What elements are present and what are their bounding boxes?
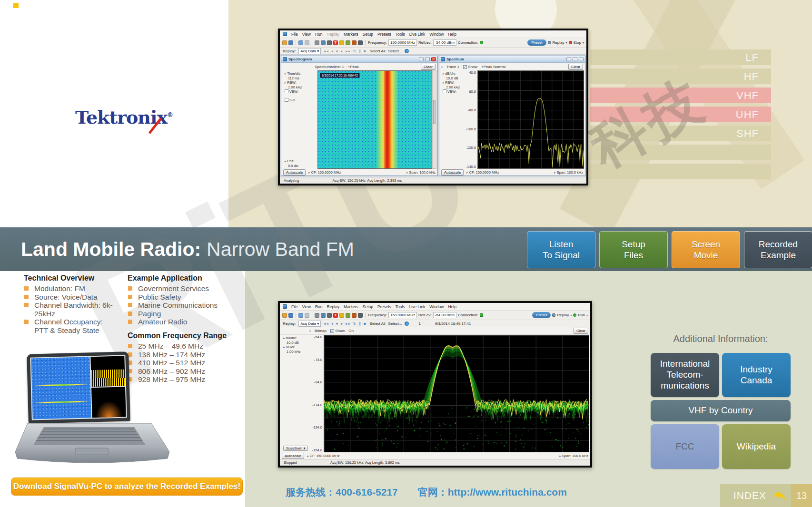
timediv-label[interactable]: Time/div:	[287, 71, 301, 76]
display-icon[interactable]	[358, 40, 363, 45]
menu-item[interactable]: View	[302, 304, 311, 309]
menu-item[interactable]: Tools	[396, 32, 405, 37]
autoscale-button[interactable]: Autoscale	[283, 169, 306, 176]
trace-expander[interactable]: ▾	[309, 329, 311, 332]
frequency-input[interactable]: 150.0000 MHz	[388, 312, 417, 318]
replay-chip[interactable]: Replay▾	[552, 313, 572, 317]
show-checkbox[interactable]: ✓	[463, 65, 467, 69]
replay-source-select[interactable]: Acq Data ▾	[298, 321, 321, 327]
print-icon[interactable]	[315, 313, 319, 318]
settings-icon[interactable]	[321, 313, 326, 318]
rbw-label[interactable]: RBW:	[445, 80, 454, 85]
trigger-icon[interactable]	[346, 313, 350, 318]
clear-button[interactable]: Clear	[568, 64, 583, 70]
menu-item[interactable]: File	[291, 304, 298, 309]
save-icon[interactable]	[288, 313, 293, 318]
info-icon[interactable]: i	[405, 49, 409, 53]
save-icon[interactable]	[288, 40, 293, 45]
frequency-input[interactable]: 150.0000 MHz	[388, 39, 417, 46]
menu-item[interactable]: Setup	[363, 304, 373, 309]
rbw-label[interactable]: RBW:	[286, 345, 295, 349]
autoscale-button[interactable]: Autoscale	[282, 453, 304, 459]
autoscale-button[interactable]: Autoscale	[441, 169, 464, 176]
screen-movie-button[interactable]: Screen Movie	[672, 231, 740, 268]
menu-item[interactable]: Live Link	[409, 304, 426, 309]
menu-item[interactable]: Setup	[363, 32, 373, 37]
close-button[interactable]	[579, 57, 584, 61]
star-icon[interactable]	[339, 40, 344, 45]
menu-item[interactable]: Window	[429, 304, 444, 309]
fcc-button[interactable]: FCC	[651, 424, 719, 469]
wikipedia-button[interactable]: Wikipedia	[722, 424, 791, 469]
download-signalvu-button[interactable]: Download SignalVu-PC to analyze the Reco…	[11, 478, 243, 496]
replay-source-select[interactable]: Acq Data ▾	[298, 48, 321, 54]
gear-icon[interactable]	[327, 313, 332, 318]
reflev-input[interactable]: -54.00 dBm	[433, 39, 456, 46]
open-icon[interactable]	[282, 40, 287, 45]
preset-chip[interactable]: Preset	[527, 39, 546, 46]
transport-controls[interactable]: ◂◂ ◂ ● ▸ ▸▸ ↻ ∥ ■	[324, 49, 366, 53]
menu-item[interactable]: Help	[448, 32, 456, 37]
menu-item[interactable]: Markers	[344, 32, 358, 37]
vertical-scrollbar[interactable]	[432, 70, 436, 169]
select-more-button[interactable]: Select...	[388, 322, 402, 326]
marker-icon[interactable]: T	[333, 313, 338, 318]
spectrum-plot[interactable]	[477, 70, 584, 169]
menu-item[interactable]: Run	[315, 304, 323, 309]
print-icon[interactable]	[315, 40, 319, 45]
undo-icon[interactable]	[298, 313, 303, 318]
threed-checkbox[interactable]	[285, 98, 288, 102]
open-icon[interactable]	[282, 313, 287, 318]
industry-canada-button[interactable]: Industry Canada	[722, 353, 791, 397]
dbdiv-label[interactable]: dB/div:	[286, 336, 297, 340]
trigger-icon[interactable]	[346, 40, 350, 45]
select-more-button[interactable]: Select...	[388, 49, 402, 53]
menu-item[interactable]: Help	[448, 304, 456, 309]
clear-button[interactable]: Clear	[574, 328, 588, 334]
replay-chip[interactable]: Replay▾	[548, 40, 567, 45]
scrollbar-thumb[interactable]	[433, 100, 436, 124]
spectrogram-titlebar[interactable]: Spectrogram	[281, 56, 437, 63]
menu-item[interactable]: Live Link	[409, 32, 426, 37]
close-button[interactable]	[431, 57, 436, 61]
dpx-plot[interactable]	[324, 335, 589, 452]
menu-item[interactable]: Run	[315, 32, 323, 37]
settings-icon[interactable]	[321, 40, 326, 45]
website-link[interactable]: 官网：http://www.rituchina.com	[418, 486, 567, 499]
menu-item[interactable]: Markers	[344, 304, 358, 309]
select-all-button[interactable]: Select All	[370, 322, 386, 326]
setup-files-button[interactable]: Setup Files	[599, 231, 668, 268]
select-all-button[interactable]: Select All	[370, 49, 386, 53]
clear-button[interactable]: Clear	[421, 64, 436, 70]
acquire-icon[interactable]	[352, 40, 356, 45]
stop-chip[interactable]: Stop▾	[569, 40, 584, 45]
recorded-example-button[interactable]: Recorded Example	[744, 231, 812, 268]
reflev-input[interactable]: -54.00 dBm	[433, 312, 456, 318]
vbw-checkbox[interactable]	[285, 89, 288, 93]
menu-item[interactable]: Window	[429, 32, 444, 37]
index-button[interactable]: INDEX	[720, 484, 791, 507]
display-icon[interactable]	[358, 313, 363, 318]
gear-icon[interactable]	[327, 40, 332, 45]
rbw-label[interactable]: RBW:	[287, 80, 296, 85]
dbdiv-label[interactable]: dB/div:	[445, 71, 456, 76]
menu-item[interactable]: Presets	[377, 32, 391, 37]
maximize-button[interactable]	[573, 57, 577, 61]
menu-item[interactable]: Presets	[377, 304, 391, 309]
minimize-button[interactable]	[419, 57, 424, 61]
redo-icon[interactable]	[305, 313, 309, 318]
menu-item[interactable]: File	[291, 32, 298, 37]
marker-icon[interactable]: T	[333, 40, 338, 45]
star-icon[interactable]	[339, 313, 344, 318]
maximize-button[interactable]	[425, 57, 430, 61]
run-chip[interactable]: Run▾	[573, 313, 588, 317]
listen-to-signal-button[interactable]: Listen To Signal	[527, 231, 595, 268]
show-checkbox[interactable]: ✓	[330, 329, 334, 333]
menu-item[interactable]: View	[302, 32, 311, 37]
acquire-icon[interactable]	[352, 313, 356, 318]
info-icon[interactable]: i	[405, 322, 409, 326]
spectrogram-plot[interactable]: 9/3/2014 17:20:16.466442	[317, 70, 432, 169]
spectrum-titlebar[interactable]: Spectrum	[439, 56, 585, 63]
trace-selector-dropdown[interactable]: Spectrum ▾	[283, 446, 308, 451]
preset-chip[interactable]: Preset	[532, 312, 551, 318]
